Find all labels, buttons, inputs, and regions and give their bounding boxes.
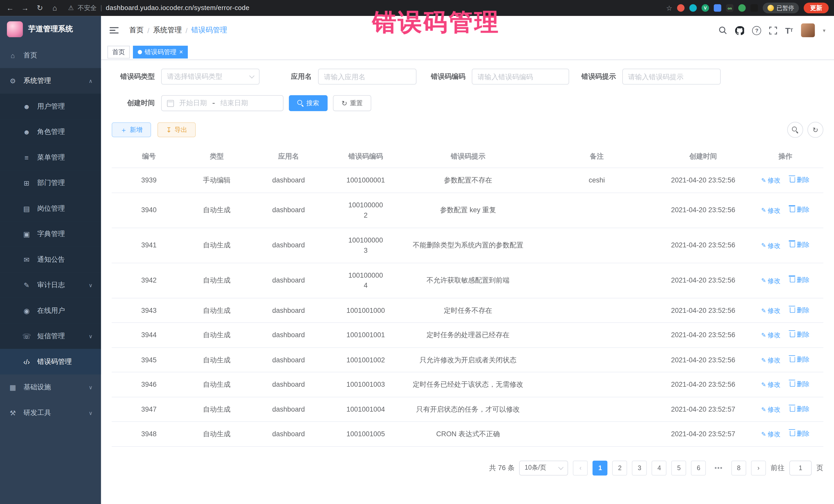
extension-red-icon[interactable] [677,4,685,12]
edit-link[interactable]: ✎ 修改 [761,306,781,315]
edit-label: 修改 [768,355,781,365]
refresh-table-button[interactable]: ↻ [807,122,823,138]
error-message-input[interactable] [622,68,721,84]
delete-link[interactable]: 删除 [790,205,810,215]
delete-link[interactable]: 删除 [790,240,810,249]
view-tab[interactable]: 首页 × [108,46,130,59]
page-button[interactable]: 2 [612,460,627,475]
sidebar-menu-item[interactable]: ▤ 岗位管理 [0,196,101,221]
browser-forward-button[interactable]: → [20,4,30,12]
delete-label: 删除 [797,240,810,249]
cell-type: 自动生成 [186,227,247,263]
goto-page-input[interactable] [789,460,812,475]
search-icon[interactable] [719,26,727,35]
sidebar-toggle-button[interactable] [110,27,118,34]
page-button[interactable]: 6 [691,460,706,475]
error-code-input[interactable] [471,68,569,84]
delete-link[interactable]: 删除 [790,175,810,184]
extension-pin-icon[interactable] [751,4,758,12]
extension-green-v-icon[interactable] [702,4,709,12]
search-button[interactable]: 搜索 [289,95,327,111]
error-type-label: 错误码类型 [120,72,155,81]
sidebar-menu-item[interactable]: ◉ 在线用户 [0,298,101,323]
prev-page-button[interactable]: ‹ [573,460,588,475]
edit-link[interactable]: ✎ 修改 [761,241,781,250]
font-size-icon[interactable]: TT [785,26,793,35]
browser-reload-button[interactable]: ↻ [35,4,45,12]
page-button[interactable]: 8 [731,460,746,475]
edit-link[interactable]: ✎ 修改 [761,380,781,389]
cell-id: 3942 [112,263,186,298]
address-bar[interactable]: ⚠ 不安全 | dashboard.yudao.iocoder.cn/syste… [68,3,661,12]
export-button[interactable]: ↧ 导出 [158,123,196,137]
page-button[interactable]: 3 [632,460,647,475]
reset-button[interactable]: ↻ 重置 [333,95,371,111]
sidebar-menu-item[interactable]: ✎ 审计日志 ∨ [0,272,101,298]
close-icon[interactable]: × [179,49,183,56]
menu-item-label: 在线用户 [37,306,86,315]
sidebar-menu-item[interactable]: ☻ 角色管理 [0,119,101,145]
sidebar-menu-item[interactable]: ⊞ 部门管理 [0,170,101,196]
delete-link[interactable]: 删除 [790,404,810,413]
show-search-button[interactable] [787,122,803,138]
next-page-button[interactable]: › [751,460,766,475]
sidebar-menu-item[interactable]: ⌂ 首页 [0,43,101,68]
fullscreen-icon[interactable] [769,26,777,35]
sidebar-menu-item[interactable]: ‹/› 错误码管理 [0,349,101,374]
delete-link[interactable]: 删除 [790,330,810,339]
profile-paused-chip[interactable]: 已暂停 [763,3,799,13]
trash-icon [790,381,795,387]
view-tab[interactable]: 错误码管理 × [133,46,188,59]
browser-home-button[interactable]: ⌂ [50,4,60,12]
breadcrumb-item[interactable]: 错误码管理 / [191,25,227,35]
error-type-select[interactable]: 请选择错误码类型 [161,68,259,84]
sidebar-menu-item[interactable]: ⚒ 研发工具 ∨ [0,400,101,425]
main-area: 首页 / 系统管理 / 错误码管理 / ? TT [101,16,834,504]
edit-label: 修改 [768,306,781,315]
page-button[interactable]: 1 [593,460,608,475]
github-icon[interactable] [735,26,744,35]
add-button[interactable]: ＋ 新增 [112,123,151,137]
delete-link[interactable]: 删除 [790,429,810,438]
extension-blue-icon[interactable] [714,4,721,12]
date-range-picker[interactable]: 开始日期 - 结束日期 [161,95,284,111]
delete-link[interactable]: 删除 [790,379,810,389]
page-button[interactable]: 5 [672,460,686,475]
sidebar-menu-item[interactable]: ⚙ 系统管理 ∧ [0,68,101,93]
avatar[interactable] [801,23,815,37]
edit-link[interactable]: ✎ 修改 [761,176,781,185]
sidebar-menu-item[interactable]: ☻ 用户管理 [0,94,101,119]
delete-link[interactable]: 删除 [790,305,810,314]
sidebar-logo[interactable]: 芋道管理系统 [0,16,101,43]
delete-link[interactable]: 删除 [790,354,810,364]
sidebar-menu-item[interactable]: ▦ 基础设施 ∨ [0,374,101,400]
sidebar-menu-item[interactable]: ✉ 通知公告 [0,247,101,272]
extension-leaf-icon[interactable] [738,4,746,12]
chevron-down-icon[interactable]: ▾ [823,27,825,34]
edit-link[interactable]: ✎ 修改 [761,355,781,365]
app-name-input[interactable] [318,68,416,84]
breadcrumb-item[interactable]: 首页 / [129,25,149,35]
page-button[interactable]: 4 [652,460,667,475]
edit-label: 修改 [768,380,781,389]
cell-error-code: 100100000 4 [330,263,402,298]
edit-link[interactable]: ✎ 修改 [761,205,781,215]
delete-link[interactable]: 删除 [790,275,810,285]
sidebar-menu-item[interactable]: ≡ 菜单管理 [0,145,101,170]
browser-update-button[interactable]: 更新 [804,3,829,13]
extension-teal-icon[interactable] [689,4,697,12]
bookmark-star-icon[interactable]: ☆ [666,4,672,12]
page-button[interactable]: ••• [711,460,726,475]
page-size-select[interactable]: 10条/页 [520,460,568,475]
extension-on-badge-icon[interactable] [726,4,733,12]
chevron-icon: ∨ [89,385,92,390]
edit-link[interactable]: ✎ 修改 [761,330,781,340]
help-icon[interactable]: ? [752,26,761,35]
breadcrumb-item[interactable]: 系统管理 / [153,25,187,35]
sidebar-menu-item[interactable]: ☏ 短信管理 ∨ [0,323,101,349]
sidebar-menu-item[interactable]: ▣ 字典管理 [0,221,101,247]
edit-link[interactable]: ✎ 修改 [761,429,781,439]
browser-back-button[interactable]: ← [5,4,15,12]
edit-link[interactable]: ✎ 修改 [761,276,781,285]
edit-link[interactable]: ✎ 修改 [761,405,781,414]
